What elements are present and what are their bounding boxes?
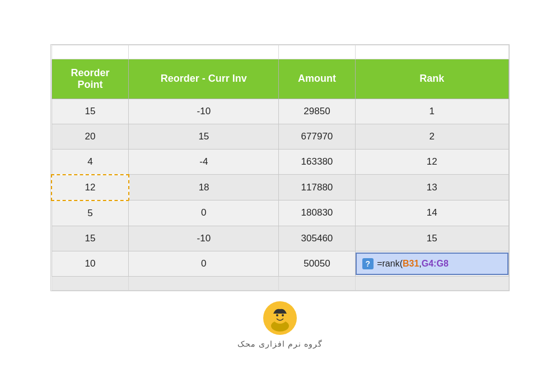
cell-r7c2: 0 (129, 251, 279, 276)
table-row: 20 15 677970 2 (52, 124, 509, 149)
table-row: 4 -4 163380 12 (52, 149, 509, 175)
svg-point-2 (276, 314, 278, 316)
table-row: 15 -10 305460 15 (52, 226, 509, 251)
top-empty-row (52, 45, 509, 59)
cell-r7c3: 50050 (279, 251, 355, 276)
cell-r2c1: 20 (52, 124, 129, 149)
cell-r4c4: 13 (355, 175, 508, 200)
cell-r3c4: 12 (355, 149, 508, 175)
cell-r3c2: -4 (129, 149, 279, 175)
cell-r2c3: 677970 (279, 124, 355, 149)
table-row: 15 -10 29850 1 (52, 99, 509, 124)
cell-r3c1: 4 (52, 149, 129, 175)
table-row-formula: 10 0 50050 ? =rank(B31,G4:G8 (52, 251, 509, 276)
cell-r2c2: 15 (129, 124, 279, 149)
formula-ref1: B31 (403, 259, 419, 268)
col-header-rank: Rank (355, 59, 508, 99)
table-row: 5 0 180830 14 (52, 200, 509, 226)
svg-point-5 (286, 314, 289, 318)
col-header-reorder-curr-inv: Reorder - Curr Inv (129, 59, 279, 99)
brand-text: گروه نرم افزاری محک (237, 339, 323, 348)
svg-point-3 (282, 314, 284, 316)
spreadsheet-container: ReorderPoint Reorder - Curr Inv Amount R… (50, 44, 510, 291)
avatar (263, 301, 297, 335)
cell-r1c1: 15 (52, 99, 129, 124)
cell-formula: ? =rank(B31,G4:G8 (355, 251, 508, 276)
header-row: ReorderPoint Reorder - Curr Inv Amount R… (52, 59, 509, 99)
bottom-empty-row (52, 276, 509, 290)
cell-r5c3: 180830 (279, 200, 355, 226)
cell-r5c2: 0 (129, 200, 279, 226)
bottom-section: گروه نرم افزاری محک (237, 301, 323, 348)
svg-point-4 (271, 314, 274, 318)
col-header-reorder-point: ReorderPoint (52, 59, 129, 99)
cell-r1c4: 1 (355, 99, 508, 124)
table-row-dashed: 12 18 117880 13 (52, 175, 509, 200)
cell-r4c2: 18 (129, 175, 279, 200)
cell-r6c3: 305460 (279, 226, 355, 251)
cell-r4c3: 117880 (279, 175, 355, 200)
cell-r6c4: 15 (355, 226, 508, 251)
cell-r1c2: -10 (129, 99, 279, 124)
formula-prefix: =rank( (377, 259, 403, 268)
cell-r6c1: 15 (52, 226, 129, 251)
cell-r5c1: 5 (52, 200, 129, 226)
avatar-svg (265, 304, 295, 333)
cell-r6c2: -10 (129, 226, 279, 251)
formula-icon: ? (362, 258, 374, 269)
page-wrapper: ReorderPoint Reorder - Curr Inv Amount R… (0, 0, 560, 392)
cell-r2c4: 2 (355, 124, 508, 149)
col-header-amount: Amount (279, 59, 355, 99)
formula-ref2: G4:G8 (422, 259, 449, 268)
cell-r1c3: 29850 (279, 99, 355, 124)
cell-dashed-r4c1: 12 (52, 175, 129, 200)
cell-r3c3: 163380 (279, 149, 355, 175)
formula-overlay: ? =rank(B31,G4:G8 (356, 253, 508, 275)
data-table: ReorderPoint Reorder - Curr Inv Amount R… (51, 45, 509, 291)
cell-r5c4: 14 (355, 200, 508, 226)
cell-r7c1: 10 (52, 251, 129, 276)
